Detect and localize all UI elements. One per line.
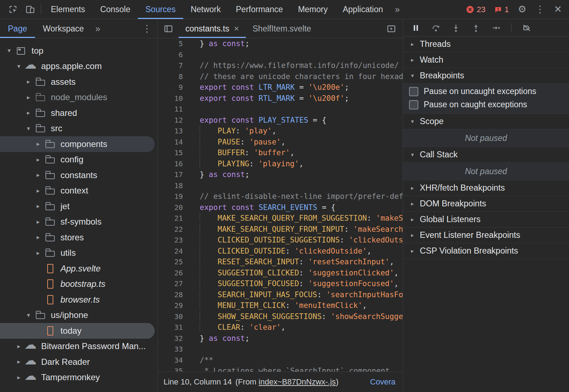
tab-performance[interactable]: Performance xyxy=(228,0,291,19)
section-header-watch[interactable]: ▸Watch xyxy=(403,52,569,68)
code-text[interactable]: export const LTR_MARK = '\u200e'; xyxy=(200,82,349,93)
chevron-right-icon[interactable]: ▸ xyxy=(33,218,43,226)
line-number[interactable]: 11 xyxy=(158,104,183,115)
chevron-right-icon[interactable]: ▸ xyxy=(33,187,43,195)
tree-item-utils[interactable]: ▸utils xyxy=(0,245,155,261)
line-number[interactable]: 16 xyxy=(158,158,183,170)
tab-console[interactable]: Console xyxy=(93,0,138,19)
code-text[interactable]: PAUSE: 'pause', xyxy=(200,137,286,148)
device-toolbar-button[interactable] xyxy=(21,0,39,19)
chevron-down-icon[interactable]: ▾ xyxy=(4,47,14,54)
chevron-right-icon[interactable]: ▸ xyxy=(14,374,24,381)
inspect-element-button[interactable] xyxy=(4,0,21,19)
code-text[interactable]: MAKE_SEARCH_QUERY_FROM_INPUT: 'makeSearc… xyxy=(200,224,403,235)
code-text[interactable]: export const PLAY_STATES = { xyxy=(200,115,326,126)
chevron-right-icon[interactable]: ▸ xyxy=(33,249,43,257)
code-text[interactable]: PLAYING: 'playing', xyxy=(200,158,303,170)
tree-item-bootstrap-ts[interactable]: bootstrap.ts xyxy=(0,276,155,292)
code-text[interactable]: MAKE_SEARCH_QUERY_FROM_SUGGESTION: 'make… xyxy=(200,213,403,224)
tree-item-apps-apple-com[interactable]: ▾apps.apple.com xyxy=(0,59,155,74)
line-number[interactable]: 17 xyxy=(158,169,183,180)
file-tree[interactable]: ▾top▾apps.apple.com▸assets▸node_modules▸… xyxy=(0,38,157,392)
section-header-event-listener-breakpoints[interactable]: ▸Event Listener Breakpoints xyxy=(403,227,569,243)
code-text[interactable]: /** xyxy=(200,355,213,366)
line-number[interactable]: 28 xyxy=(158,289,183,300)
line-number[interactable]: 20 xyxy=(158,202,183,213)
editor-tab-shelfitem-svelte[interactable]: ShelfItem.svelte xyxy=(246,19,318,38)
line-number[interactable]: 23 xyxy=(158,235,183,246)
code-text[interactable]: // eslint-disable-next-line import/prefe… xyxy=(200,191,403,202)
line-number[interactable]: 24 xyxy=(158,246,183,257)
line-number[interactable]: 7 xyxy=(158,60,183,71)
section-header-dom-breakpoints[interactable]: ▸DOM Breakpoints xyxy=(403,196,569,211)
code-text[interactable]: } as const; xyxy=(200,169,249,180)
deactivate-breakpoints-button[interactable] xyxy=(522,23,531,33)
tree-item-config[interactable]: ▸config xyxy=(0,152,155,168)
line-number[interactable]: 29 xyxy=(158,300,183,311)
line-number[interactable]: 31 xyxy=(158,322,183,333)
tree-item-tampermonkey[interactable]: ▸Tampermonkey xyxy=(0,370,155,386)
line-number[interactable]: 8 xyxy=(158,71,183,82)
open-quick-source-button[interactable] xyxy=(380,19,403,38)
tree-item-assets[interactable]: ▸assets xyxy=(0,74,155,90)
line-number[interactable]: 5 xyxy=(158,38,183,49)
code-text[interactable]: MENU_ITEM_CLICK: 'menuItemClick', xyxy=(200,300,367,311)
section-header-scope[interactable]: ▾Scope xyxy=(403,113,569,129)
line-number[interactable]: 33 xyxy=(158,344,183,355)
line-number[interactable]: 19 xyxy=(158,191,183,202)
code-text[interactable]: BUFFER: 'buffer', xyxy=(200,147,295,158)
code-text[interactable]: SUGGESTION_CLICKED: 'suggestionClicked', xyxy=(200,268,399,279)
more-navigator-tabs-button[interactable]: » xyxy=(92,19,104,38)
tree-item-stores[interactable]: ▸stores xyxy=(0,230,155,245)
close-devtools-icon[interactable]: ✕ xyxy=(550,0,565,19)
section-header-threads[interactable]: ▸Threads xyxy=(403,36,569,52)
tree-item-bitwarden-password-man[interactable]: ▸Bitwarden Password Man... xyxy=(0,339,155,354)
code-text[interactable]: // these are unicode characters in four … xyxy=(200,71,403,82)
chevron-right-icon[interactable]: ▸ xyxy=(24,94,33,101)
tree-item-shared[interactable]: ▸shared xyxy=(0,105,155,121)
more-panels-button[interactable]: » xyxy=(390,0,404,19)
tree-item-top[interactable]: ▾top xyxy=(0,43,155,59)
pause-script-button[interactable] xyxy=(411,23,420,33)
section-header-breakpoints[interactable]: ▾Breakpoints xyxy=(403,68,569,83)
line-number[interactable]: 30 xyxy=(158,311,183,322)
line-number[interactable]: 25 xyxy=(158,256,183,268)
tab-application[interactable]: Application xyxy=(335,0,391,19)
close-tab-icon[interactable]: × xyxy=(234,24,239,34)
tree-item-us-iphone[interactable]: ▾us/iphone xyxy=(0,308,155,323)
tab-sources[interactable]: Sources xyxy=(138,0,183,19)
settings-gear-icon[interactable]: ⚙ xyxy=(515,0,530,19)
section-header-global-listeners[interactable]: ▸Global Listeners xyxy=(403,211,569,227)
chevron-right-icon[interactable]: ▸ xyxy=(33,156,43,163)
tree-item-today[interactable]: today xyxy=(0,323,155,339)
coverage-link[interactable]: Covera xyxy=(370,377,397,387)
editor-tab-constants-ts[interactable]: constants.ts × xyxy=(179,19,246,38)
tab-page[interactable]: Page xyxy=(0,19,35,38)
line-number[interactable]: 13 xyxy=(158,126,183,137)
line-number[interactable]: 21 xyxy=(158,213,183,224)
checkbox-icon[interactable] xyxy=(409,87,418,96)
chevron-down-icon[interactable]: ▾ xyxy=(24,125,33,132)
code-text[interactable]: SUGGESTION_FOCUSED: 'suggestionFocused', xyxy=(200,278,399,289)
source-file-link[interactable]: index~B87DnNzwx-.js xyxy=(259,377,336,386)
tree-item-dark-reader[interactable]: ▸Dark Reader xyxy=(0,354,155,370)
tree-item-browser-ts[interactable]: browser.ts xyxy=(0,292,155,308)
errors-badge[interactable]: 23 xyxy=(463,5,488,14)
section-header-csp-violation-breakpoints[interactable]: ▸CSP Violation Breakpoints xyxy=(403,243,569,259)
chevron-right-icon[interactable]: ▸ xyxy=(33,234,43,241)
code-text[interactable]: CLICKED_OUTSIDE_SUGGESTIONS: 'clickedOut… xyxy=(200,235,403,246)
tab-memory[interactable]: Memory xyxy=(291,0,335,19)
toggle-navigator-button[interactable] xyxy=(158,19,179,38)
tree-item-src[interactable]: ▾src xyxy=(0,121,155,137)
line-number[interactable]: 18 xyxy=(158,180,183,191)
code-text[interactable]: CLICKED_OUTSIDE: 'clickedOutside', xyxy=(200,246,371,257)
chevron-down-icon[interactable]: ▾ xyxy=(24,312,33,319)
kebab-menu-icon[interactable]: ⋮ xyxy=(532,0,548,19)
line-number[interactable]: 22 xyxy=(158,224,183,235)
code-text[interactable]: CLEAR: 'clear', xyxy=(200,322,286,333)
step-button[interactable] xyxy=(491,23,501,33)
line-number[interactable]: 9 xyxy=(158,82,183,93)
code-text[interactable]: // https://www.fileformat.info/info/unic… xyxy=(200,60,399,71)
step-over-button[interactable] xyxy=(431,23,441,33)
code-text[interactable]: } as const; xyxy=(200,333,249,344)
